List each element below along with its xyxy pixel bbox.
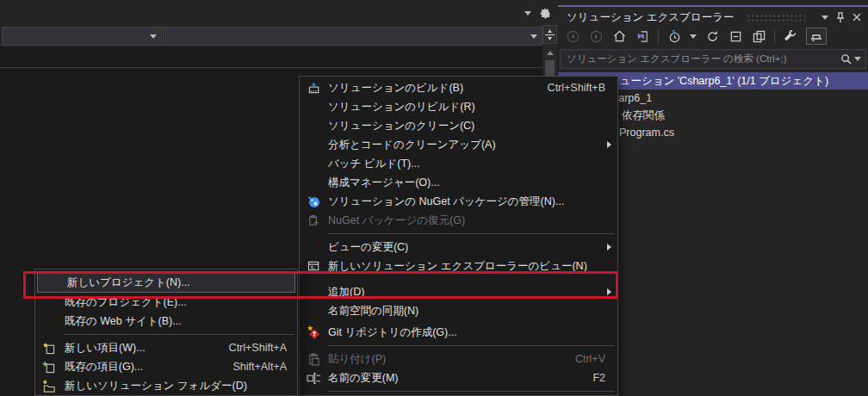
annotation-highlight-rect (23, 271, 618, 299)
menu-item-shortcut: Ctrl+Shift+B (548, 82, 605, 94)
context-menu-item-9[interactable]: ビューの変更(C) (300, 238, 617, 257)
menu-item-label: NuGet パッケージの復元(G) (328, 213, 465, 228)
submenu-arrow-icon (607, 141, 611, 148)
menu-item-label: 名前の変更(M) (328, 371, 399, 386)
forward-icon[interactable] (588, 28, 604, 44)
menu-item-label: 貼り付け(P) (328, 352, 386, 367)
menu-separator (64, 334, 294, 335)
menu-item-shortcut: F2 (592, 372, 605, 384)
menu-item-shortcut: Shift+Alt+A (232, 361, 287, 373)
rename-icon (306, 371, 321, 385)
split-window-icon (545, 29, 555, 40)
menu-item-label: 新しい項目(W)... (65, 341, 146, 356)
solution-explorer-search-input[interactable]: ソリューション エクスプローラー の検索 (Ctrl+;) (560, 49, 866, 69)
panel-title: ソリューション エクスプローラー (567, 10, 735, 25)
menu-item-label: 構成マネージャー(O)... (328, 176, 440, 190)
nav-dropdown-project[interactable] (2, 27, 162, 46)
context-menu-item-1[interactable]: ソリューションのリビルド(R) (300, 97, 617, 116)
editor-top-strip (0, 0, 558, 24)
tree-row-label: 依存関係 (622, 108, 665, 123)
tree-row-label: ソリューション 'Csharp6_1' (1/1 プロジェクト) (598, 74, 828, 89)
solution-explorer-titlebar[interactable]: ソリューション エクスプローラー (567, 9, 861, 25)
context-menu-item-15[interactable]: Git リポジトリの作成(G)... (300, 323, 617, 342)
menu-item-shortcut: Ctrl+V (575, 353, 605, 365)
add-submenu-item-4[interactable]: 新しい項目(W)...Ctrl+Shift+A (35, 338, 297, 357)
menu-item-label: ビューの変更(C) (328, 240, 408, 255)
editor-navigation-bar (0, 24, 558, 46)
sync-active-document-icon[interactable] (635, 28, 650, 44)
collapse-all-icon[interactable] (728, 28, 743, 44)
pin-icon[interactable] (836, 12, 845, 23)
context-menu-item-0[interactable]: ソリューションのビルド(B)Ctrl+Shift+B (300, 78, 617, 97)
menu-item-label: 新しいソリューション フォルダー(D) (65, 379, 247, 393)
dropdown-icon[interactable] (524, 11, 531, 15)
context-menu-item-13[interactable]: 名前空間の同期(N) (300, 301, 617, 320)
chevron-down-icon (530, 34, 537, 39)
add-submenu-item-6[interactable]: 新しいソリューション フォルダー(D) (35, 376, 297, 395)
add-submenu-item-5[interactable]: 既存の項目(G)...Shift+Alt+A (35, 357, 297, 376)
nuget-icon (306, 195, 321, 208)
switch-views-icon[interactable] (806, 28, 827, 45)
toolbar-separator (658, 29, 659, 43)
context-menu-item-18[interactable]: 名前の変更(M)F2 (300, 368, 617, 387)
context-menu-item-7: NuGet パッケージの復元(G) (300, 211, 617, 230)
menu-separator (328, 233, 614, 234)
menu-item-shortcut: Ctrl+Shift+A (229, 342, 287, 354)
context-menu-item-3[interactable]: 分析とコードのクリーンアップ(A) (300, 135, 617, 154)
menu-item-label: ソリューションのクリーン(C) (328, 119, 474, 133)
window-position-icon[interactable] (822, 15, 828, 20)
add-submenu-item-2[interactable]: 既存の Web サイト(B)... (35, 312, 297, 331)
menu-item-label: 既存の項目(G)... (65, 360, 143, 374)
menu-item-label: 既存の Web サイト(B)... (65, 314, 182, 329)
menu-item-label: ソリューションの NuGet パッケージの管理(N)... (328, 195, 564, 209)
paste-icon (306, 352, 321, 366)
menu-item-label: 分析とコードのクリーンアップ(A) (328, 138, 496, 152)
close-icon[interactable] (852, 13, 861, 22)
panel-focus-border-top (558, 5, 868, 7)
menu-separator (328, 391, 614, 392)
context-menu-item-17: 貼り付け(P)Ctrl+V (300, 350, 617, 368)
split-window-button[interactable] (542, 25, 557, 44)
menu-separator (328, 345, 614, 346)
scroll-up-icon[interactable] (547, 51, 554, 55)
gear-icon[interactable] (540, 8, 551, 19)
new-solution-folder-icon (41, 379, 57, 393)
editor-pane-divider (0, 67, 542, 68)
search-icon[interactable] (840, 53, 852, 65)
chevron-down-icon (150, 34, 157, 39)
home-icon[interactable] (611, 28, 627, 44)
tree-row-label: Program.cs (619, 127, 674, 139)
properties-wrench-icon[interactable] (783, 28, 798, 44)
preview-selected-icon[interactable] (751, 28, 766, 44)
menu-item-label: Git リポジトリの作成(G)... (328, 325, 457, 340)
context-menu-item-4[interactable]: バッチ ビルド(T)... (300, 154, 617, 173)
menu-item-label: ソリューションのリビルド(R) (328, 100, 475, 114)
solution-context-menu: ソリューションのビルド(B)Ctrl+Shift+Bソリューションのリビルド(R… (299, 76, 618, 396)
search-placeholder: ソリューション エクスプローラー の検索 (Ctrl+;) (567, 53, 787, 65)
existing-item-icon (41, 360, 57, 374)
build-icon (306, 81, 321, 95)
toolbar-separator (774, 29, 775, 43)
search-options-dropdown-icon[interactable] (854, 57, 861, 61)
menu-item-label: ソリューションのビルド(B) (328, 81, 463, 96)
menu-item-label: バッチ ビルド(T)... (328, 157, 420, 171)
submenu-arrow-icon (607, 244, 611, 251)
menu-item-label: 名前空間の同期(N) (328, 304, 418, 319)
context-menu-item-2[interactable]: ソリューションのクリーン(C) (300, 116, 617, 135)
titlebar-drag-grip[interactable] (747, 14, 806, 22)
git-create-repo-icon (306, 325, 321, 339)
nav-dropdown-member[interactable] (163, 27, 542, 46)
context-menu-item-5[interactable]: 構成マネージャー(O)... (300, 173, 617, 192)
refresh-icon[interactable] (704, 28, 720, 44)
solution-explorer-toolbar (565, 27, 863, 46)
new-item-icon (41, 341, 57, 355)
back-icon[interactable] (565, 28, 580, 44)
filter-dropdown-icon[interactable] (690, 34, 697, 39)
nuget-restore-icon (306, 213, 321, 227)
pending-changes-filter-icon[interactable] (666, 28, 682, 44)
context-menu-item-6[interactable]: ソリューションの NuGet パッケージの管理(N)... (300, 192, 617, 211)
